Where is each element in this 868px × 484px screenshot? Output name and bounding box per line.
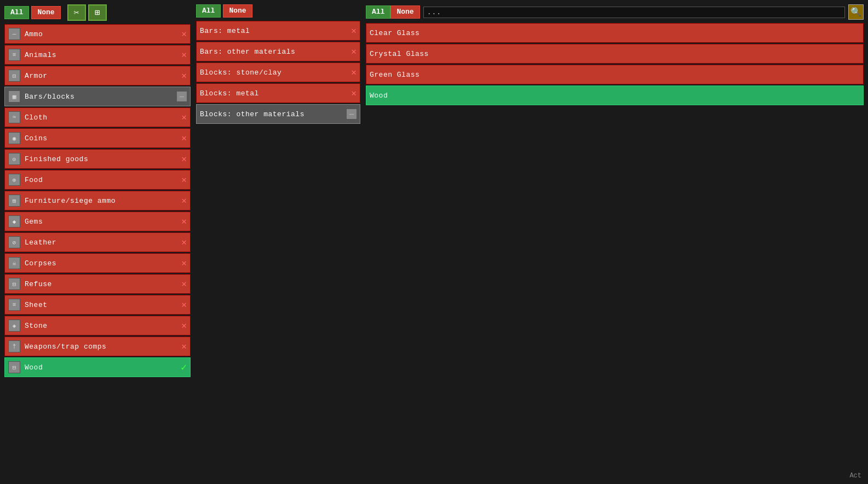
wood-check: ✓ — [181, 361, 187, 373]
list-item-blocks-stone[interactable]: Blocks: stone/clay ✕ — [196, 62, 360, 82]
refuse-x: ✕ — [181, 278, 187, 289]
list-item-stone[interactable]: ◈ Stone ✕ — [4, 316, 191, 335]
column-2: All None Bars: metal ✕ Bars: other mater… — [196, 4, 360, 480]
search-bar[interactable] — [423, 7, 845, 18]
armor-x: ✕ — [181, 70, 187, 81]
column3-search-row: All None 🔍 — [366, 4, 864, 20]
blocks-other-minus: — — [347, 109, 357, 119]
column3-none-button[interactable]: None — [390, 5, 419, 19]
coins-x: ✕ — [181, 133, 187, 144]
blocks-stone-x: ✕ — [351, 67, 357, 78]
sheet-icon: ≡ — [8, 299, 20, 311]
food-x: ✕ — [181, 174, 187, 185]
list-item-blocks-other[interactable]: Blocks: other materials — — [196, 104, 360, 124]
list-item-wood-c3[interactable]: Wood — [366, 86, 864, 105]
block-icon-button[interactable]: ⊞ — [88, 4, 107, 21]
scissors-icon-button[interactable]: ✂ — [67, 4, 86, 21]
corpses-icon: ☠ — [8, 257, 20, 269]
search-icon-button[interactable]: 🔍 — [848, 4, 864, 20]
coins-icon: ◉ — [8, 132, 20, 144]
cloth-icon: ≈ — [8, 111, 20, 123]
bars-metal-x: ✕ — [351, 25, 357, 36]
footer-text: Act — [849, 472, 861, 480]
wood-icon: ⊟ — [8, 361, 20, 373]
column1-all-button[interactable]: All — [4, 6, 29, 19]
corpses-x: ✕ — [181, 258, 187, 269]
sheet-x: ✕ — [181, 299, 187, 310]
column-3: All None 🔍 Clear Glass Crystal Glass Gre… — [366, 4, 864, 480]
list-item-refuse[interactable]: ⊟ Refuse ✕ — [4, 274, 191, 294]
list-item-gems[interactable]: ◆ Gems ✕ — [4, 212, 191, 231]
gems-icon: ◆ — [8, 215, 20, 227]
weapons-x: ✕ — [181, 341, 187, 352]
search-input[interactable] — [427, 8, 841, 16]
column2-none-button[interactable]: None — [223, 4, 252, 18]
list-item-cloth[interactable]: ≈ Cloth ✕ — [4, 107, 191, 127]
armor-icon: ⊡ — [8, 70, 20, 82]
cloth-x: ✕ — [181, 112, 187, 123]
list-item-clear-glass[interactable]: Clear Glass — [366, 23, 864, 43]
ammo-x: ✕ — [181, 29, 187, 39]
food-icon: ⊕ — [8, 174, 20, 186]
gems-x: ✕ — [181, 216, 187, 227]
list-item-weapons[interactable]: † Weapons/trap comps ✕ — [4, 337, 191, 356]
list-item-sheet[interactable]: ≡ Sheet ✕ — [4, 295, 191, 315]
furniture-icon: ⊞ — [8, 195, 20, 207]
list-item-green-glass[interactable]: Green Glass — [366, 65, 864, 84]
stone-x: ✕ — [181, 320, 187, 331]
list-item-corpses[interactable]: ☠ Corpses ✕ — [4, 253, 191, 273]
list-item-wood[interactable]: ⊟ Wood ✓ — [4, 357, 191, 377]
finished-goods-x: ✕ — [181, 153, 187, 164]
list-item-animals[interactable]: ≡ Animals ✕ — [4, 45, 191, 65]
list-item-finished-goods[interactable]: ⊙ Finished goods ✕ — [4, 149, 191, 169]
column-1: All None ✂ ⊞ — Ammo ✕ ≡ Animals ✕ ⊡ Armo… — [4, 4, 191, 480]
ammo-icon: — — [8, 28, 20, 40]
list-item-ammo[interactable]: — Ammo ✕ — [4, 24, 191, 44]
column2-btn-row: All None — [196, 4, 360, 18]
refuse-icon: ⊟ — [8, 278, 20, 290]
stone-icon: ◈ — [8, 320, 20, 332]
list-item-food[interactable]: ⊕ Food ✕ — [4, 170, 191, 190]
list-item-bars-metal[interactable]: Bars: metal ✕ — [196, 21, 360, 41]
weapons-icon: † — [8, 340, 20, 352]
column1-btn-row: All None ✂ ⊞ — [4, 4, 191, 21]
furniture-x: ✕ — [181, 195, 187, 206]
finished-goods-icon: ⊙ — [8, 153, 20, 165]
leather-x: ✕ — [181, 237, 187, 248]
list-item-crystal-glass[interactable]: Crystal Glass — [366, 44, 864, 64]
list-item-bars-blocks[interactable]: ▦ Bars/blocks — — [4, 87, 191, 106]
list-item-coins[interactable]: ◉ Coins ✕ — [4, 128, 191, 148]
column1-none-button[interactable]: None — [31, 6, 60, 19]
list-item-armor[interactable]: ⊡ Armor ✕ — [4, 66, 191, 86]
list-item-bars-other[interactable]: Bars: other materials ✕ — [196, 42, 360, 61]
animals-x: ✕ — [181, 49, 187, 60]
column3-all-button[interactable]: All — [366, 5, 390, 19]
bars-other-x: ✕ — [351, 46, 357, 57]
animals-icon: ≡ — [8, 49, 20, 61]
list-item-furniture[interactable]: ⊞ Furniture/siege ammo ✕ — [4, 191, 191, 210]
blocks-metal-x: ✕ — [351, 88, 357, 99]
bars-blocks-minus: — — [177, 92, 187, 101]
list-item-blocks-metal[interactable]: Blocks: metal ✕ — [196, 83, 360, 103]
list-item-leather[interactable]: ⊘ Leather ✕ — [4, 232, 191, 252]
column2-all-button[interactable]: All — [196, 4, 221, 18]
bars-blocks-icon: ▦ — [8, 90, 20, 103]
leather-icon: ⊘ — [8, 236, 20, 248]
